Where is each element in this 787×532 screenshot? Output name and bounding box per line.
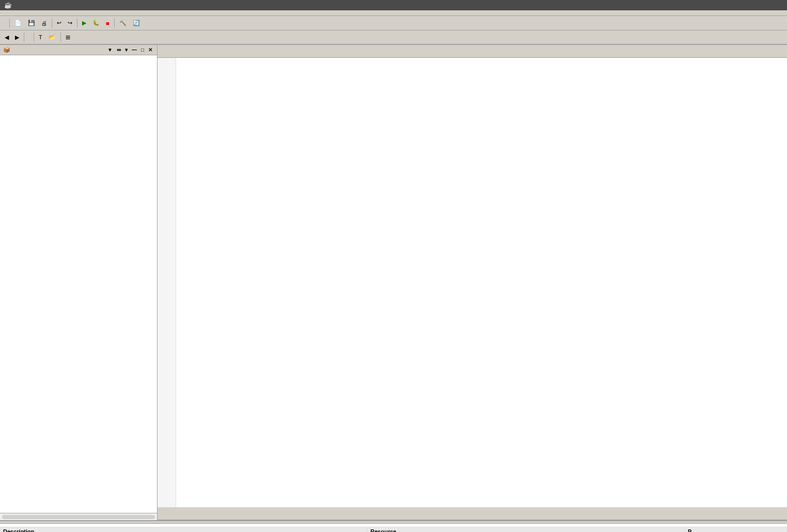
toolbar-sep-2 <box>52 19 52 28</box>
debug-button[interactable]: 🐛 <box>90 18 102 29</box>
sidebar: 📦 ▼ ⇔ ▾ — □ ✕ <box>0 45 158 520</box>
back-button[interactable]: ◀ <box>2 32 11 43</box>
build-button[interactable]: 🔨 <box>117 18 129 29</box>
eclipse-icon: ☕ <box>4 2 12 9</box>
sidebar-menu-button[interactable]: ▾ <box>123 46 129 53</box>
menu-source[interactable] <box>19 11 27 14</box>
edit-source-button[interactable] <box>2 18 7 29</box>
search-button[interactable] <box>26 32 32 43</box>
line-numbers <box>158 58 176 507</box>
collapse-all-button[interactable]: ▼ <box>106 46 114 53</box>
save-button[interactable]: 💾 <box>25 18 38 29</box>
toolbar-sep-7 <box>60 33 61 42</box>
title-bar: ☕ <box>0 0 787 10</box>
open-type-button[interactable]: T <box>36 32 45 43</box>
sidebar-content <box>0 55 157 513</box>
menu-edit[interactable] <box>10 11 19 14</box>
menu-project[interactable] <box>43 11 52 14</box>
refresh-button[interactable]: 🔄 <box>130 18 143 29</box>
toolbar-sep-3 <box>77 19 77 28</box>
editor-tab-bar <box>158 45 787 58</box>
new-button[interactable]: 📄 <box>12 18 24 29</box>
run-button[interactable]: ▶ <box>80 18 89 29</box>
toolbar-2: ◀ ▶ T 📂 ⊞ <box>0 30 787 45</box>
sidebar-header-icons: ▼ ⇔ ▾ — □ ✕ <box>106 46 154 53</box>
open-resource-button[interactable]: 📂 <box>46 32 58 43</box>
menu-bar <box>0 10 787 16</box>
editor-area <box>158 45 787 520</box>
toolbar-sep-1 <box>9 19 10 28</box>
toolbar-sep-4 <box>114 19 115 28</box>
toolbar-1: 📄 💾 🖨 ↩ ↪ ▶ 🐛 ■ 🔨 🔄 <box>0 16 787 30</box>
problems-table: Description Resource P <box>0 527 787 532</box>
sidebar-header-left: 📦 <box>3 46 12 53</box>
stop-button[interactable]: ■ <box>103 18 112 29</box>
redo-button[interactable]: ↪ <box>65 18 75 29</box>
toolbar-sep-6 <box>34 33 34 42</box>
col-resource[interactable]: Resource <box>367 527 685 532</box>
menu-navigate[interactable] <box>27 11 35 14</box>
undo-button[interactable]: ↩ <box>54 18 64 29</box>
close-sidebar-button[interactable]: ✕ <box>147 46 154 53</box>
col-path[interactable]: P <box>684 527 786 532</box>
sidebar-scroll-area <box>0 55 157 513</box>
print-button[interactable]: 🖨 <box>39 18 50 29</box>
menu-help[interactable] <box>68 11 76 14</box>
code-editor[interactable] <box>158 58 787 507</box>
col-description[interactable]: Description <box>0 527 367 532</box>
problems-body: Description Resource P <box>0 524 787 532</box>
menu-search[interactable] <box>35 11 43 14</box>
minimize-sidebar-button[interactable]: — <box>130 46 138 53</box>
menu-run[interactable] <box>52 11 60 14</box>
maximize-sidebar-button[interactable]: □ <box>139 46 146 53</box>
forward-button[interactable]: ▶ <box>12 32 22 43</box>
package-explorer-icon: 📦 <box>3 46 10 53</box>
sidebar-hscroll[interactable] <box>0 513 157 520</box>
main-layout: 📦 ▼ ⇔ ▾ — □ ✕ <box>0 45 787 520</box>
sidebar-header: 📦 ▼ ⇔ ▾ — □ ✕ <box>0 45 157 55</box>
link-with-editor-button[interactable]: ⇔ <box>115 46 122 53</box>
problems-panel: Description Resource P <box>0 520 787 532</box>
problems-summary <box>0 524 787 527</box>
perspective-button[interactable]: ⊞ <box>63 32 73 43</box>
code-content[interactable] <box>176 58 787 507</box>
menu-file[interactable] <box>2 11 10 14</box>
menu-window[interactable] <box>60 11 68 14</box>
bottom-tab-bar <box>158 507 787 520</box>
toolbar-sep-5 <box>24 33 24 42</box>
